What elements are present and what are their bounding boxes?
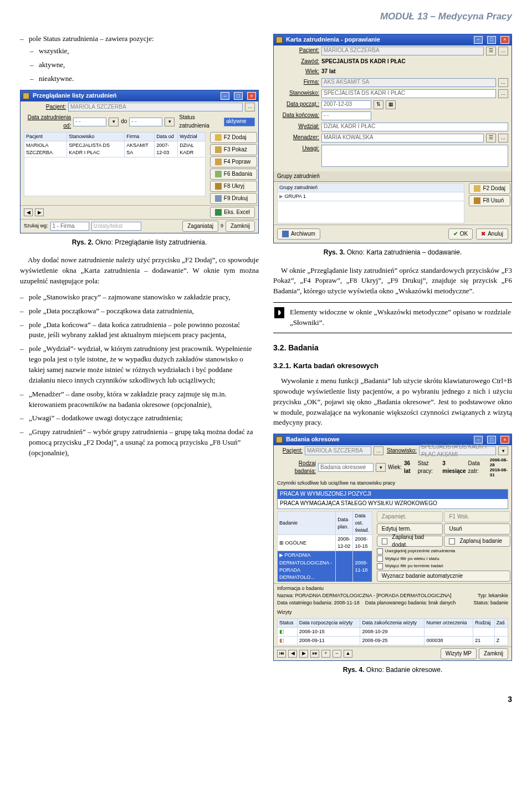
export-excel-button[interactable]: Eks. Excel [210, 207, 255, 218]
delete-button[interactable]: Usuń [444, 523, 510, 535]
auto-assign-button[interactable]: Wyznacz badanie automatycznie [377, 571, 510, 582]
patient-field[interactable]: MARIOLA SZCZERBA [321, 47, 484, 55]
col-dept[interactable]: Wydział [178, 133, 206, 141]
search-by-dropdown[interactable]: 1 - Firma [50, 222, 89, 231]
plan-additional-button[interactable]: Zaplanuj bad dodat. [377, 536, 443, 547]
scroll-right-icon[interactable]: ▶ [35, 208, 44, 216]
col-kind[interactable]: Rodzaj [473, 618, 494, 627]
plan-exam-button[interactable]: Zaplanuj badanie [444, 536, 510, 547]
f6-exam-button[interactable]: F6 Badania [210, 169, 257, 180]
seniority-label: Staż pracy: [418, 460, 441, 476]
col-status[interactable]: Status [278, 618, 298, 627]
table-row-selected[interactable]: ▶ PORADNIA DERMATOLOGICZNA - PORADA DERM… [278, 551, 372, 582]
hazard-row-selected[interactable]: PRACA W WYMUSZONEJ POZYCJI [278, 490, 508, 499]
col-end[interactable]: Data zakończenia wizyty [360, 618, 424, 627]
f2-add-group-button[interactable]: F2 Dodaj [469, 183, 510, 194]
hazard-row[interactable]: PRACA WYMAGAJĄCA STAŁEGO WYSIŁKU WZROKOW… [278, 499, 508, 508]
date-to-input[interactable]: - - [129, 118, 162, 126]
col-last[interactable]: Data ost. świad. [353, 512, 372, 535]
f2-add-button[interactable]: F2 Dodaj [210, 132, 257, 143]
patient-field[interactable]: MARIOLA SZCZERBA [305, 446, 371, 455]
check-prev-emp[interactable]: Uwzględnij poprzednie zatrudnienia [377, 548, 510, 554]
scroll-left-icon[interactable]: ◀ [24, 208, 33, 216]
start-date-field[interactable]: 2007-12-03 [321, 100, 371, 109]
patient-field[interactable]: MARIOLA SZCZERBA [68, 103, 243, 111]
col-certno[interactable]: Numer orzeczenia [424, 618, 473, 627]
hazards-list[interactable]: PRACA W WYMUSZONEJ POZYCJI PRACA WYMAGAJ… [277, 489, 508, 509]
col-start[interactable]: Data rozpoczęcia wizyty [297, 618, 360, 627]
nav-last-icon[interactable]: ⏭ [310, 650, 319, 658]
nav-del-icon[interactable]: – [332, 650, 341, 658]
archive-button[interactable]: Archiwum [277, 228, 320, 240]
position-lookup-button[interactable]: … [498, 89, 508, 98]
manager-lookup-button[interactable]: … [498, 134, 508, 142]
nav-first-icon[interactable]: ⏮ [277, 650, 286, 658]
position-field[interactable]: SPECJALISTA DS KADR I PŁAC [321, 89, 496, 98]
col-date[interactable]: Data od [155, 133, 178, 141]
position-field[interactable]: SPECJALISTA DS KADR I PŁAC AKSAMI [419, 446, 496, 455]
company-field[interactable]: AKS AKSAMIT SA [321, 78, 496, 87]
plus-icon[interactable]: ⊞ [279, 540, 285, 546]
nav-next-icon[interactable]: ▶ [299, 650, 308, 658]
calendar-icon[interactable]: ▦ [386, 100, 396, 109]
minimize-button[interactable]: – [474, 36, 483, 44]
cell: AKSAMIT SA [125, 141, 155, 157]
nav-edit-icon[interactable]: ▲ [344, 650, 352, 658]
manager-card-icon[interactable]: ☰ [486, 134, 496, 142]
company-lookup-button[interactable]: … [498, 78, 508, 87]
bullet-status-field: pole Status zatrudnienia – zawiera pozyc… [20, 34, 259, 84]
patient-lookup-button[interactable]: … [498, 47, 508, 55]
check-age-filter[interactable]: Wyłącz filtr po wieku i stażu [377, 556, 510, 562]
groups-col[interactable]: Grupy zatrudnień [278, 184, 464, 192]
col-plan[interactable]: Data plan. [336, 512, 353, 535]
table-row[interactable]: ⊞ OGÓLNE 2008-12-02 2008-10-15 [278, 535, 372, 551]
table-row[interactable]: ◧ 2008-10-152008-10-29 [278, 627, 508, 636]
date-from-cal-icon[interactable]: ▾ [109, 118, 119, 126]
table-row[interactable]: ◧ 2008-09-112008-09-25 00003821Z [278, 636, 508, 645]
nav-add-icon[interactable]: + [321, 650, 330, 658]
search-filter-input[interactable]: Izolaty/tekst [91, 222, 141, 231]
patient-card-icon[interactable]: ☰ [486, 47, 496, 55]
col-zas[interactable]: Zaś [494, 618, 508, 627]
f3-show-button[interactable]: F3 Pokaż [210, 144, 257, 155]
patient-lookup-button[interactable]: … [374, 446, 383, 455]
patient-lookup-button[interactable]: … [245, 103, 255, 111]
table-row[interactable]: MARIOLA SZCZERBA SPECJALISTA DS KADR I P… [24, 141, 206, 157]
f4-edit-button[interactable]: F4 Popraw [210, 156, 257, 167]
date-from-input[interactable]: - - [73, 118, 106, 126]
visits-mp-button[interactable]: Wizyty MP [441, 648, 477, 659]
close-button[interactable]: × [500, 436, 509, 444]
type-dropdown-icon[interactable]: ▾ [376, 463, 386, 472]
close-button[interactable]: × [500, 36, 509, 44]
table-row[interactable]: ▶ GRUPA 1 [278, 192, 464, 201]
maximize-button[interactable]: □ [487, 36, 496, 44]
date-to-cal-icon[interactable]: ▾ [165, 118, 175, 126]
nav-prev-icon[interactable]: ◀ [288, 650, 297, 658]
f1-hints-button[interactable]: F1 Wsk. [444, 511, 510, 522]
date-spin-icon[interactable]: ⇅ [374, 100, 383, 109]
f8-del-group-button[interactable]: F8 Usuń [469, 195, 510, 206]
department-field[interactable]: DZIAŁ KADR I PŁAC [321, 123, 508, 131]
maximize-button[interactable]: □ [234, 92, 243, 100]
f9-print-button[interactable]: F9 Drukuj [210, 193, 257, 204]
remember-button[interactable]: Zaganiataj [182, 221, 218, 232]
col-company[interactable]: Firma [125, 133, 155, 141]
remember-button[interactable]: Zapamięt. [377, 511, 443, 522]
close-button[interactable]: × [247, 92, 256, 100]
manager-field[interactable]: MARIA KOWALSKA [321, 134, 484, 142]
col-position[interactable]: Stanowisko [67, 133, 125, 141]
close-button-footer[interactable]: Zamknij [226, 221, 255, 232]
end-date-field[interactable]: - - [321, 111, 371, 120]
position-dropdown-icon[interactable]: ▾ [498, 446, 508, 455]
check-term-filter[interactable]: Wyłącz filtr po terminie badań [377, 563, 510, 569]
exam-type-dropdown[interactable]: Badania okresowe [318, 463, 374, 472]
minimize-button[interactable]: – [221, 92, 229, 100]
col-exam[interactable]: Badanie [278, 512, 336, 535]
remarks-textarea[interactable] [321, 145, 508, 167]
col-patient[interactable]: Pacjent [24, 133, 67, 141]
close-button-footer[interactable]: Zamknij [479, 648, 508, 659]
status-dropdown[interactable]: aktywne [224, 118, 255, 126]
cancel-button[interactable]: ✖Anuluj [476, 228, 508, 240]
f8-hide-button[interactable]: F8 Ukryj [210, 181, 257, 192]
ok-button[interactable]: ✔OK [448, 228, 473, 240]
